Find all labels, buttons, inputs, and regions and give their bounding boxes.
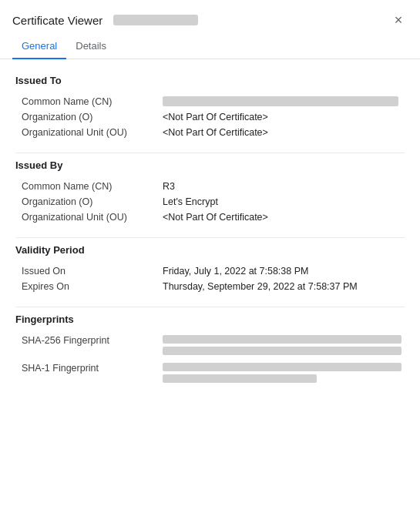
sha1-label: SHA-1 Fingerprint [22, 363, 156, 374]
section-fingerprints: Fingerprints SHA-256 Fingerprint SHA-1 F… [15, 314, 405, 388]
title-url-blurred [113, 15, 198, 25]
field-row: Organization (O) Let's Encrypt [15, 194, 405, 210]
field-label: Organizational Unit (OU) [22, 127, 156, 138]
field-row: Common Name (CN) R3 [15, 179, 405, 194]
divider [15, 153, 405, 153]
field-row: Organizational Unit (OU) <Not Part Of Ce… [15, 210, 405, 225]
field-value: Let's Encrypt [163, 196, 398, 207]
divider [15, 307, 405, 307]
field-row: Organizational Unit (OU) <Not Part Of Ce… [15, 125, 405, 140]
dialog-title: Certificate Viewer [12, 14, 102, 27]
section-validity-period: Validity Period Issued On Friday, July 1… [15, 244, 405, 294]
field-label: Common Name (CN) [22, 96, 156, 107]
field-row: Common Name (CN) [15, 94, 405, 109]
field-label: Common Name (CN) [22, 181, 156, 192]
fingerprint-blurred-3 [163, 363, 402, 371]
close-button[interactable]: × [389, 11, 408, 29]
section-issued-to: Issued To Common Name (CN) Organization … [15, 75, 405, 140]
field-label: Organization (O) [22, 112, 156, 122]
field-value: <Not Part Of Certificate> [163, 127, 398, 138]
field-row: Issued On Friday, July 1, 2022 at 7:58:3… [15, 263, 405, 279]
field-row: SHA-1 Fingerprint [15, 360, 405, 388]
fingerprint-blurred-2 [163, 347, 402, 355]
tab-details[interactable]: Details [66, 34, 116, 59]
expires-on-label: Expires On [22, 281, 156, 292]
field-label: Organization (O) [22, 196, 156, 207]
validity-period-title: Validity Period [15, 244, 405, 256]
section-issued-by: Issued By Common Name (CN) R3 Organizati… [15, 159, 405, 225]
field-value-cn-blurred [163, 96, 398, 106]
field-label: Organizational Unit (OU) [22, 212, 156, 223]
certificate-viewer-dialog: Certificate Viewer × General Details Iss… [0, 0, 420, 513]
issued-on-value: Friday, July 1, 2022 at 7:58:38 PM [163, 266, 398, 277]
issued-on-label: Issued On [22, 266, 156, 277]
divider [15, 237, 405, 238]
fingerprint-blurred-1 [163, 335, 402, 344]
field-row: Expires On Thursday, September 29, 2022 … [15, 279, 405, 294]
field-value: R3 [163, 181, 398, 192]
issued-by-title: Issued By [15, 159, 405, 171]
issued-to-title: Issued To [15, 75, 405, 86]
fingerprint-blurred-4 [163, 374, 317, 383]
title-bar: Certificate Viewer × [0, 0, 420, 31]
expires-on-value: Thursday, September 29, 2022 at 7:58:37 … [163, 281, 398, 292]
field-value: <Not Part Of Certificate> [163, 212, 398, 223]
tab-content-general: Issued To Common Name (CN) Organization … [0, 59, 420, 513]
title-left: Certificate Viewer [12, 14, 198, 27]
field-row: Organization (O) <Not Part Of Certificat… [15, 109, 405, 125]
tab-general[interactable]: General [12, 34, 66, 59]
tab-bar: General Details [0, 34, 420, 59]
sha256-label: SHA-256 Fingerprint [22, 335, 156, 346]
sha1-value [163, 363, 402, 386]
fingerprints-title: Fingerprints [15, 314, 405, 325]
sha256-value [163, 335, 402, 358]
field-row: SHA-256 Fingerprint [15, 333, 405, 360]
field-value: <Not Part Of Certificate> [163, 112, 398, 122]
